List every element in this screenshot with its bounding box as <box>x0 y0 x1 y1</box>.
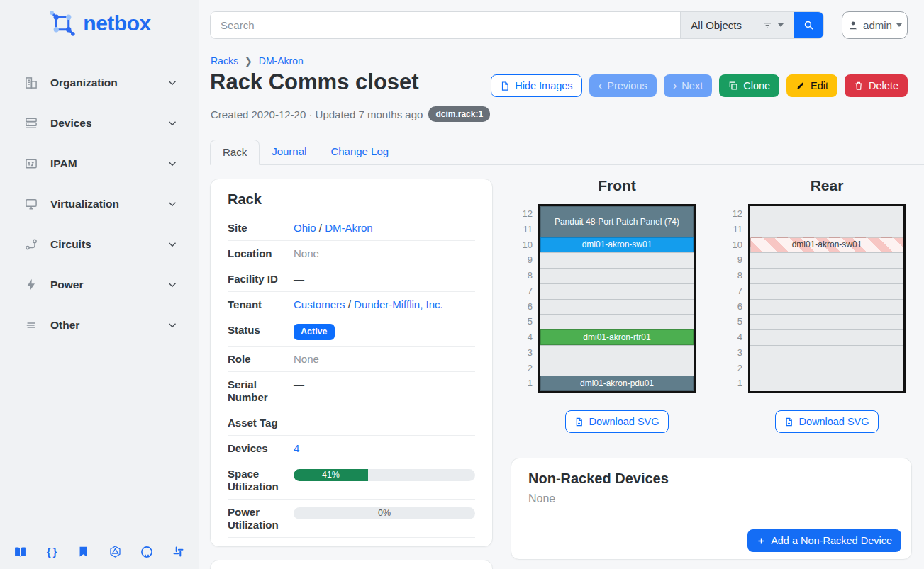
sidebar-item-label: IPAM <box>50 157 166 170</box>
field-row-site: Site Ohio / DM-Akron <box>228 215 475 241</box>
sidebar-item-label: Circuits <box>50 238 166 251</box>
previous-button[interactable]: ‹ Previous <box>589 74 657 97</box>
field-row-role: Role None <box>228 347 475 372</box>
docs-book-icon[interactable] <box>13 544 28 559</box>
file-download-icon <box>784 417 794 427</box>
edit-button[interactable]: Edit <box>786 74 837 97</box>
delete-button[interactable]: Delete <box>845 74 908 97</box>
sidebar-item-circuits[interactable]: Circuits <box>0 224 199 264</box>
next-button[interactable]: › Next <box>664 74 713 97</box>
caret-down-icon <box>778 23 784 27</box>
server-icon <box>24 116 38 130</box>
caret-down-icon <box>896 23 902 27</box>
next-panel-stub <box>210 560 493 569</box>
tab-rack[interactable]: Rack <box>210 140 260 165</box>
netbox-logo[interactable]: netbox <box>0 0 199 38</box>
api-braces-icon[interactable]: { } <box>45 544 60 559</box>
created-updated-text: Created 2020-12-20 · Updated 7 months ag… <box>211 108 423 120</box>
serial-number-value: — <box>294 378 475 391</box>
site-link[interactable]: DM-Akron <box>325 222 373 234</box>
rear-download-wrap: Download SVG <box>748 410 906 433</box>
device-count-link[interactable]: 4 <box>294 442 299 454</box>
slack-icon[interactable] <box>171 544 186 559</box>
search-submit-button[interactable] <box>794 12 823 38</box>
chevron-down-icon <box>166 157 179 170</box>
rack-device-rtr01[interactable]: dmi01-akron-rtr01 <box>540 329 694 345</box>
chevron-down-icon <box>166 319 179 332</box>
sidebar-item-other[interactable]: Other <box>0 305 199 345</box>
search-scope-label: All Objects <box>691 19 742 31</box>
bookmark-icon[interactable] <box>76 544 91 559</box>
clone-button[interactable]: Clone <box>719 74 779 97</box>
search-scope-button[interactable]: All Objects <box>680 12 752 38</box>
rack-device-sw01-front[interactable]: dmi01-akron-sw01 <box>540 237 694 253</box>
front-rack-elevation: Panduit 48-Port Patch Panel (74) dmi01-a… <box>538 204 696 393</box>
sidebar-item-power[interactable]: Power <box>0 264 199 305</box>
main-content: All Objects admin Racks ❯ DM-Akron Rack … <box>199 0 924 569</box>
rack-device-patch-panel[interactable]: Panduit 48-Port Patch Panel (74) <box>540 206 694 237</box>
breadcrumb-link-site[interactable]: DM-Akron <box>259 55 304 67</box>
site-region-link[interactable]: Ohio <box>294 222 316 234</box>
tab-bar: Rack Journal Change Log <box>210 140 924 165</box>
lines-icon <box>24 318 38 332</box>
tenant-link[interactable]: Dunder-Mifflin, Inc. <box>354 298 443 310</box>
front-download-svg-button[interactable]: Download SVG <box>565 410 668 433</box>
search-input[interactable] <box>211 12 680 38</box>
sidebar: netbox Organization Devices IPAM Virtual… <box>0 0 199 569</box>
rear-elevation-title: Rear <box>748 177 906 194</box>
field-row-space-utilization: Space Utilization 41% <box>228 461 475 500</box>
sidebar-footer: { } <box>0 544 199 559</box>
tab-journal[interactable]: Journal <box>260 140 318 164</box>
netbox-logo-icon <box>48 9 77 38</box>
sidebar-item-label: Power <box>50 278 166 291</box>
page-title: Rack Comms closet <box>210 69 419 95</box>
rack-attributes-table: Site Ohio / DM-Akron Location None Facil… <box>228 215 475 538</box>
rear-download-svg-button[interactable]: Download SVG <box>775 410 878 433</box>
sidebar-item-ipam[interactable]: IPAM <box>0 143 199 184</box>
rack-device-pdu01[interactable]: dmi01-akron-pdu01 <box>540 376 694 391</box>
chevron-down-icon <box>166 77 179 89</box>
tenant-group-link[interactable]: Customers <box>294 298 345 310</box>
add-non-racked-device-button[interactable]: Add a Non-Racked Device <box>747 529 901 552</box>
breadcrumb: Racks ❯ DM-Akron <box>211 55 304 67</box>
copy-icon <box>728 81 738 91</box>
filter-icon <box>762 20 774 31</box>
tab-change-log[interactable]: Change Log <box>318 140 401 164</box>
chevron-right-icon: › <box>673 79 677 91</box>
field-row-devices: Devices 4 <box>228 436 475 461</box>
non-racked-devices-title: Non-Racked Devices <box>528 471 894 487</box>
graphql-icon[interactable] <box>108 544 123 559</box>
hide-images-button[interactable]: Hide Images <box>491 74 581 97</box>
github-icon[interactable] <box>139 544 154 559</box>
pencil-icon <box>796 81 806 91</box>
role-value: None <box>294 352 475 366</box>
rear-rack-elevation: dmi01-akron-sw01 <box>748 204 906 393</box>
field-row-power-utilization: Power Utilization 0% <box>228 500 475 538</box>
breadcrumb-link-racks[interactable]: Racks <box>211 55 238 67</box>
location-value: None <box>294 247 475 260</box>
chevron-down-icon <box>166 117 179 130</box>
user-menu-button[interactable]: admin <box>842 11 908 39</box>
rack-info-panel: Rack Site Ohio / DM-Akron Location None … <box>210 179 493 547</box>
chevron-left-icon: ‹ <box>599 79 603 91</box>
global-search-group: All Objects <box>210 11 824 39</box>
sidebar-item-virtualization[interactable]: Virtualization <box>0 184 199 224</box>
netbox-logo-text: netbox <box>83 11 150 35</box>
front-download-wrap: Download SVG <box>538 410 696 433</box>
circuits-icon <box>24 237 38 252</box>
sidebar-item-label: Other <box>50 319 166 332</box>
sidebar-item-label: Organization <box>50 77 166 89</box>
sidebar-item-devices[interactable]: Devices <box>0 103 199 143</box>
trash-icon <box>854 81 864 91</box>
rack-device-sw01-rear[interactable]: dmi01-akron-sw01 <box>750 237 903 253</box>
rack-panel-title: Rack <box>228 191 475 208</box>
front-elevation-title: Front <box>538 177 696 194</box>
search-filter-button[interactable] <box>752 12 794 38</box>
sidebar-item-organization[interactable]: Organization <box>0 62 199 103</box>
object-id-badge: dcim.rack:1 <box>428 106 490 122</box>
front-unit-numbers: 121110987654321 <box>511 206 533 391</box>
field-row-tenant: Tenant Customers / Dunder-Mifflin, Inc. <box>228 292 475 317</box>
chevron-down-icon <box>166 238 179 251</box>
power-utilization-bar: 0% <box>294 507 475 519</box>
power-utilization-value: 0% <box>294 507 475 519</box>
